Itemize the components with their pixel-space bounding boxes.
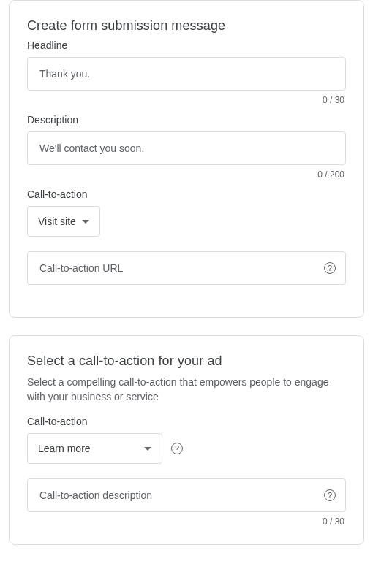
description-counter: 0 / 200 <box>27 169 346 180</box>
ad-cta-select-value: Learn more <box>38 443 91 454</box>
chevron-down-icon <box>82 220 89 224</box>
ad-cta-select[interactable]: Learn more <box>27 433 162 464</box>
help-icon[interactable]: ? <box>324 489 336 501</box>
ad-cta-desc-input[interactable] <box>27 478 346 512</box>
ad-cta-label: Call-to-action <box>27 416 346 427</box>
ad-cta-title: Select a call-to-action for your ad <box>27 354 346 369</box>
ad-cta-desc-counter: 0 / 30 <box>27 516 346 527</box>
form-submission-title: Create form submission message <box>27 18 346 34</box>
description-input[interactable] <box>27 131 346 165</box>
headline-counter: 0 / 30 <box>27 95 346 105</box>
cta-label: Call-to-action <box>27 188 346 200</box>
headline-input[interactable] <box>27 57 346 91</box>
cta-select-value: Visit site <box>38 215 76 227</box>
help-icon[interactable]: ? <box>324 262 336 274</box>
ad-cta-card: Select a call-to-action for your ad Sele… <box>9 335 364 545</box>
ad-cta-subtitle: Select a compelling call-to-action that … <box>27 375 346 404</box>
ad-cta-desc-wrapper: ? <box>27 478 346 512</box>
cta-select[interactable]: Visit site <box>27 206 100 237</box>
help-icon[interactable]: ? <box>171 443 183 454</box>
cta-url-input[interactable] <box>27 251 346 285</box>
headline-label: Headline <box>27 39 346 51</box>
chevron-down-icon <box>144 447 151 451</box>
description-label: Description <box>27 114 346 126</box>
form-submission-card: Create form submission message Headline … <box>9 0 364 318</box>
cta-url-wrapper: ? <box>27 251 346 285</box>
